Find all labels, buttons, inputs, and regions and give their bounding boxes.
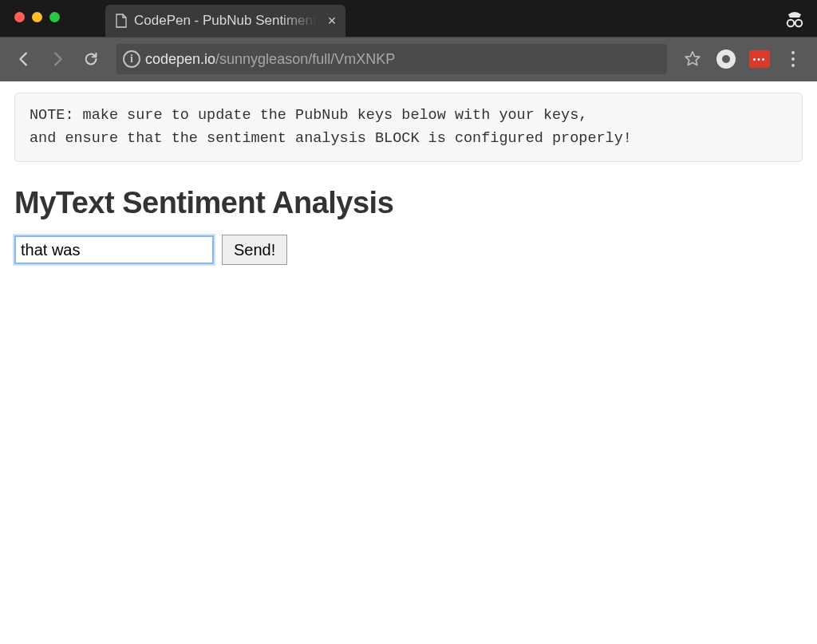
browser-menu-button[interactable] (779, 45, 807, 73)
url-path: /sunnygleason/full/VmXNKP (215, 51, 395, 67)
minimize-window-button[interactable] (32, 12, 42, 22)
site-info-icon[interactable]: i (123, 50, 140, 68)
page-content: NOTE: make sure to update the PubNub key… (0, 81, 817, 276)
window-controls (0, 0, 60, 22)
svg-point-0 (787, 20, 794, 26)
address-bar[interactable]: i codepen.io/sunnygleason/full/VmXNKP (116, 44, 667, 74)
back-button[interactable] (10, 45, 38, 73)
extension-icon: ••• (749, 50, 770, 68)
tab-title: CodePen - PubNub Sentiment (134, 13, 317, 29)
avatar-icon (716, 49, 736, 69)
close-window-button[interactable] (14, 12, 25, 22)
sentiment-form: Send! (14, 235, 803, 265)
send-button[interactable]: Send! (222, 235, 287, 265)
url-text: codepen.io/sunnygleason/full/VmXNKP (145, 51, 395, 68)
browser-tab[interactable]: CodePen - PubNub Sentiment × (105, 5, 345, 37)
browser-toolbar: i codepen.io/sunnygleason/full/VmXNKP ••… (0, 37, 817, 81)
note-banner: NOTE: make sure to update the PubNub key… (14, 93, 803, 162)
kebab-menu-icon (791, 51, 795, 67)
extension-button[interactable]: ••• (745, 45, 774, 73)
svg-point-1 (795, 20, 802, 26)
page-title: MyText Sentiment Analysis (14, 186, 803, 220)
text-input[interactable] (14, 235, 214, 264)
profile-avatar[interactable] (712, 45, 740, 73)
forward-button[interactable] (43, 45, 72, 73)
reload-button[interactable] (77, 45, 105, 73)
bookmark-star-icon[interactable] (678, 45, 707, 73)
document-icon (115, 14, 128, 28)
url-host: codepen.io (145, 51, 215, 67)
close-tab-button[interactable]: × (328, 14, 337, 28)
incognito-icon (783, 8, 806, 29)
maximize-window-button[interactable] (49, 12, 60, 22)
window-titlebar: CodePen - PubNub Sentiment × (0, 0, 817, 37)
